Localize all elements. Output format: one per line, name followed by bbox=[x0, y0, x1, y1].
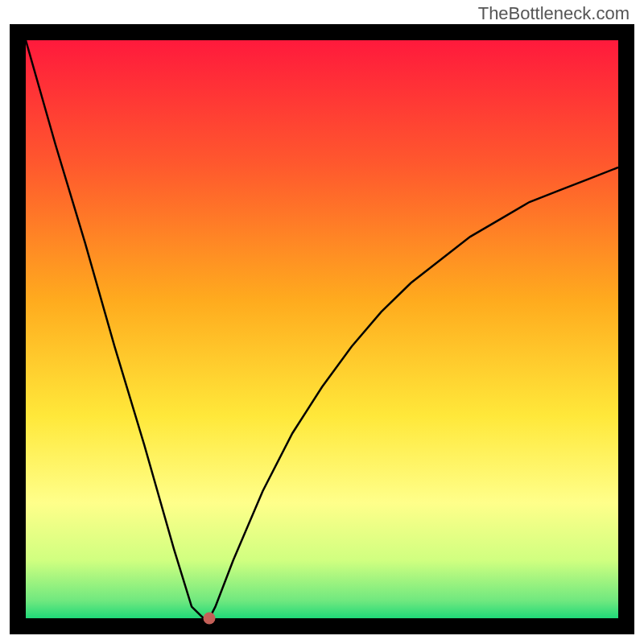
optimal-point-marker bbox=[204, 613, 216, 625]
watermark-text: TheBottleneck.com bbox=[478, 3, 630, 24]
bottleneck-curve bbox=[26, 40, 618, 618]
chart-frame bbox=[10, 24, 634, 634]
